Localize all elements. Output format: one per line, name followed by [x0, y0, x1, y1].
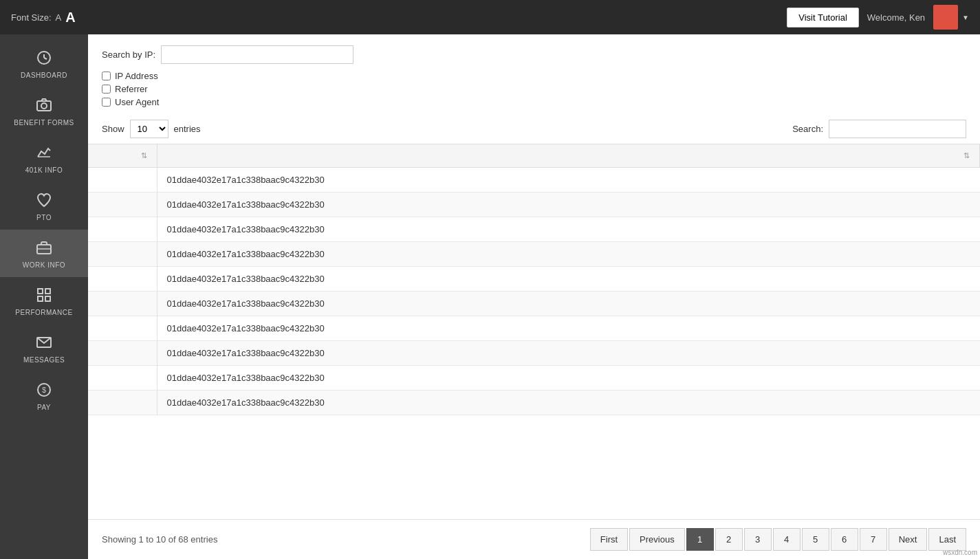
sidebar-item-pay-label: PAY: [37, 404, 51, 411]
sidebar-item-benefit-forms[interactable]: BENEFIT FORMS: [0, 87, 88, 135]
page-btn-5[interactable]: 5: [802, 528, 829, 551]
checkbox-ip-address[interactable]: [102, 72, 111, 80]
table-cell-col2: 01ddae4032e17a1c338baac9c4322b30: [157, 168, 980, 193]
checkbox-user-agent-row[interactable]: User Agent: [102, 97, 966, 107]
page-btn-6[interactable]: 6: [831, 528, 858, 551]
checkbox-referrer[interactable]: [102, 85, 111, 94]
table-controls: Show 10 25 50 100 entries Search:: [88, 114, 980, 144]
data-table: ⇅ ⇅ 01ddae4032e17a1c338baac9c4322b3001dd…: [88, 144, 980, 415]
main-layout: DASHBOARD BENEFIT FORMS 401K INFO: [0, 34, 980, 559]
page-btn-2[interactable]: 2: [715, 528, 743, 551]
page-btn-7[interactable]: 7: [860, 528, 887, 551]
sidebar-item-performance-label: PERFORMANCE: [15, 309, 72, 316]
sidebar-item-performance[interactable]: PERFORMANCE: [0, 277, 88, 325]
sidebar-item-dashboard-label: DASHBOARD: [21, 72, 67, 79]
entries-label: entries: [174, 124, 201, 134]
search-by-ip-input[interactable]: [161, 45, 353, 64]
table-cell-col2: 01ddae4032e17a1c338baac9c4322b30: [157, 391, 980, 415]
briefcase-icon: [34, 238, 54, 257]
page-btn-previous[interactable]: Previous: [629, 528, 685, 551]
table-row: 01ddae4032e17a1c338baac9c4322b30: [88, 217, 980, 242]
checkbox-user-agent-label: User Agent: [115, 97, 159, 107]
table-cell-col1: [88, 341, 157, 366]
dollar-icon: $: [34, 380, 54, 399]
camera-icon: [34, 96, 54, 115]
watermark: wsxdn.com: [943, 549, 977, 556]
sidebar-item-pto-label: PTO: [36, 214, 52, 221]
showing-text: Showing 1 to 10 of 68 entries: [102, 534, 217, 545]
svg-text:$: $: [42, 386, 46, 394]
table-cell-col1: [88, 391, 157, 415]
table-cell-col2: 01ddae4032e17a1c338baac9c4322b30: [157, 217, 980, 242]
visit-tutorial-button[interactable]: Visit Tutorial: [787, 8, 859, 28]
sort-icon-col1: ⇅: [141, 151, 147, 160]
sidebar-item-dashboard[interactable]: DASHBOARD: [0, 40, 88, 87]
table-cell-col1: [88, 193, 157, 217]
search-label: Search:: [792, 124, 823, 134]
font-size-small-a: Font Size:: [11, 12, 52, 23]
table-cell-col1: [88, 217, 157, 242]
sidebar-item-401k-label: 401K INFO: [25, 166, 63, 174]
sidebar-item-401k-info[interactable]: 401K INFO: [0, 135, 88, 182]
page-btn-last[interactable]: Last: [928, 528, 966, 551]
svg-line-2: [44, 58, 47, 59]
avatar[interactable]: [933, 5, 958, 30]
svg-rect-8: [38, 289, 43, 294]
svg-point-4: [41, 103, 47, 109]
table-cell-col1: [88, 292, 157, 316]
table-cell-col1: [88, 168, 157, 193]
table-cell-col2: 01ddae4032e17a1c338baac9c4322b30: [157, 341, 980, 366]
page-btn-3[interactable]: 3: [744, 528, 772, 551]
table-row: 01ddae4032e17a1c338baac9c4322b30: [88, 316, 980, 341]
table-row: 01ddae4032e17a1c338baac9c4322b30: [88, 341, 980, 366]
topbar: Font Size: A A Visit Tutorial Welcome, K…: [0, 0, 980, 34]
sort-icon-col2: ⇅: [963, 151, 970, 160]
search-by-ip-label: Search by IP:: [102, 50, 155, 60]
sidebar-item-pto[interactable]: PTO: [0, 182, 88, 230]
filter-checkboxes: IP Address Referrer User Agent: [102, 71, 966, 107]
envelope-icon: [34, 333, 54, 352]
page-btn-4[interactable]: 4: [773, 528, 801, 551]
sidebar-item-messages-label: MESSAGES: [23, 356, 65, 364]
page-btn-1[interactable]: 1: [686, 528, 714, 551]
font-size-big-a[interactable]: A: [65, 10, 75, 25]
checkbox-user-agent[interactable]: [102, 98, 111, 107]
entries-select[interactable]: 10 25 50 100: [130, 120, 168, 138]
table-col-1-header[interactable]: ⇅: [88, 144, 157, 168]
topbar-right: Visit Tutorial Welcome, Ken ▼: [787, 5, 969, 30]
table-cell-col2: 01ddae4032e17a1c338baac9c4322b30: [157, 193, 980, 217]
clock-icon: [34, 48, 54, 67]
table-cell-col2: 01ddae4032e17a1c338baac9c4322b30: [157, 292, 980, 316]
svg-rect-10: [38, 296, 43, 301]
checkbox-referrer-row[interactable]: Referrer: [102, 84, 966, 94]
font-size-small-a-letter: A: [56, 12, 62, 23]
sidebar-item-messages[interactable]: MESSAGES: [0, 325, 88, 372]
table-cell-col2: 01ddae4032e17a1c338baac9c4322b30: [157, 366, 980, 391]
table-body: 01ddae4032e17a1c338baac9c4322b3001ddae40…: [88, 168, 980, 415]
table-row: 01ddae4032e17a1c338baac9c4322b30: [88, 168, 980, 193]
welcome-text: Welcome, Ken: [867, 12, 925, 23]
sidebar-item-pay[interactable]: $ PAY: [0, 372, 88, 419]
table-col-2-header[interactable]: ⇅: [157, 144, 980, 168]
table-search-input[interactable]: [829, 120, 966, 138]
show-label: Show: [102, 124, 124, 134]
search-control: Search:: [792, 120, 966, 138]
checkbox-ip-address-row[interactable]: IP Address: [102, 71, 966, 81]
sidebar-item-work-info[interactable]: WORK INFO: [0, 230, 88, 277]
page-btn-next[interactable]: Next: [889, 528, 928, 551]
table-row: 01ddae4032e17a1c338baac9c4322b30: [88, 242, 980, 267]
checkbox-referrer-label: Referrer: [115, 84, 148, 94]
table-cell-col2: 01ddae4032e17a1c338baac9c4322b30: [157, 267, 980, 292]
sidebar: DASHBOARD BENEFIT FORMS 401K INFO: [0, 34, 88, 559]
table-cell-col1: [88, 366, 157, 391]
show-entries: Show 10 25 50 100 entries: [102, 120, 201, 138]
page-btn-first[interactable]: First: [590, 528, 628, 551]
data-table-wrapper: ⇅ ⇅ 01ddae4032e17a1c338baac9c4322b3001dd…: [88, 144, 980, 519]
table-cell-col2: 01ddae4032e17a1c338baac9c4322b30: [157, 242, 980, 267]
chart-icon: [34, 143, 54, 162]
sidebar-item-benefit-forms-label: BENEFIT FORMS: [14, 119, 74, 127]
sidebar-item-work-info-label: WORK INFO: [23, 261, 65, 269]
avatar-dropdown-arrow[interactable]: ▼: [962, 14, 969, 21]
filter-section: Search by IP: IP Address Referrer User A…: [88, 34, 980, 114]
table-cell-col1: [88, 316, 157, 341]
